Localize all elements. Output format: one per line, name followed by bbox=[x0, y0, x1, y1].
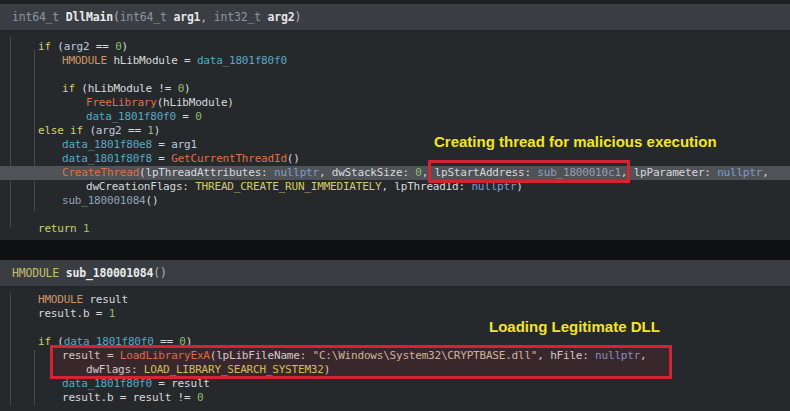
code-token-call: FreeLibrary bbox=[86, 96, 157, 109]
code-token-call: GetCurrentThreadId bbox=[171, 152, 287, 165]
code-line[interactable]: return 1 bbox=[0, 222, 790, 236]
code-token-data: data_1801f80e8 bbox=[62, 138, 152, 151]
code-line[interactable]: HMODULE hLibModule = data_1801f80f0 bbox=[0, 54, 790, 68]
code-token-plain: ) bbox=[154, 124, 160, 137]
code-token-sub: sub_180001084 bbox=[62, 194, 146, 207]
code-line[interactable]: data_1801f80f0 = 0 bbox=[0, 110, 790, 124]
code-token-data: data_1801f80f0 bbox=[86, 110, 176, 123]
code-line[interactable]: dwCreationFlags: THREAD_CREATE_RUN_IMMED… bbox=[0, 180, 790, 194]
code-token-hname: sub_180001084 bbox=[66, 266, 153, 280]
code-token-call: CreateThread bbox=[62, 166, 139, 179]
code-token-htype: int64_t bbox=[120, 10, 167, 24]
code-token-var: arg1 bbox=[171, 138, 197, 151]
code-token-null: nullptr bbox=[274, 166, 319, 179]
code-token-plain: , lpParameter: bbox=[621, 166, 717, 179]
code-token-htype: int32_t bbox=[214, 10, 261, 24]
code-token-kw: else if bbox=[38, 124, 83, 137]
code-line[interactable]: data_1801f80f0 = result bbox=[0, 377, 790, 391]
code-line[interactable]: FreeLibrary(hLibModule) bbox=[0, 96, 790, 110]
code-token-var: arg2 bbox=[96, 124, 122, 137]
code-token-hplain: , bbox=[200, 10, 213, 24]
pane-divider[interactable] bbox=[0, 240, 790, 260]
code-token-kw: return bbox=[38, 222, 77, 235]
code-token-htype: int64_t bbox=[12, 10, 59, 24]
code-token-kw: if bbox=[38, 335, 51, 348]
code-token-num: 0 bbox=[195, 110, 201, 123]
code-token-plain: = bbox=[152, 138, 171, 151]
code-line[interactable]: HMODULE result bbox=[0, 293, 790, 307]
pane-sub-180001084: HMODULE sub_180001084() HMODULE resultre… bbox=[0, 260, 790, 411]
code-token-plain: ) bbox=[184, 82, 190, 95]
code-line[interactable] bbox=[0, 321, 790, 335]
code-line[interactable]: if (arg2 == 0) bbox=[0, 40, 790, 54]
code-line-selected[interactable]: CreateThread(lpThreadAttributes: nullptr… bbox=[0, 166, 790, 180]
code-token-type: HMODULE bbox=[62, 54, 107, 67]
code-line[interactable]: if (hLibModule != 0) bbox=[0, 82, 790, 96]
code-token-harg: arg2 bbox=[268, 10, 295, 24]
annotation-box-loadlibrary bbox=[50, 345, 672, 379]
code-token-num: 1 bbox=[83, 222, 89, 235]
code-token-plain: ) bbox=[122, 40, 128, 53]
code-token-plain: ( bbox=[51, 40, 64, 53]
code-token-plain: (lpThreadAttributes: bbox=[139, 166, 274, 179]
code-token-hplain: () bbox=[153, 266, 166, 280]
code-token-const: THREAD_CREATE_RUN_IMMEDIATELY bbox=[195, 180, 381, 193]
code-token-data: data_1801f80f8 bbox=[62, 152, 152, 165]
code-token-htype2: HMODULE bbox=[12, 266, 59, 280]
code-token-plain: , dwStackSize: bbox=[319, 166, 415, 179]
code-line[interactable]: data_1801f80f8 = GetCurrentThreadId() bbox=[0, 152, 790, 166]
code-token-kw: if bbox=[62, 82, 75, 95]
code-token-var: arg2 bbox=[64, 40, 90, 53]
code-line[interactable]: sub_180001084() bbox=[0, 194, 790, 208]
pane-dllmain: int64_t DllMain(int64_t arg1, int32_t ar… bbox=[0, 4, 790, 240]
code-token-hplain bbox=[59, 10, 66, 24]
code-token-hplain bbox=[59, 266, 66, 280]
code-token-plain: result.b = result != bbox=[62, 391, 197, 404]
code-line[interactable]: result.b = result != 0 bbox=[0, 391, 790, 405]
code-token-plain: == bbox=[122, 124, 148, 137]
code-token-null: nullptr bbox=[717, 166, 762, 179]
code-token-plain: dwCreationFlags: bbox=[86, 180, 195, 193]
code-token-hplain bbox=[261, 10, 268, 24]
function-signature-dllmain[interactable]: int64_t DllMain(int64_t arg1, int32_t ar… bbox=[0, 4, 790, 30]
code-token-num: 0 bbox=[197, 391, 203, 404]
annotation-dll-label: Loading Legitimate DLL bbox=[489, 318, 660, 335]
code-token-harg: arg1 bbox=[173, 10, 200, 24]
code-token-plain: (hLibModule != bbox=[75, 82, 178, 95]
code-token-data: data_1801f80f0 bbox=[197, 54, 287, 67]
code-token-plain: () bbox=[146, 194, 159, 207]
code-token-plain: () bbox=[287, 152, 300, 165]
code-token-hplain: ) bbox=[295, 10, 302, 24]
code-token-plain: == bbox=[89, 40, 115, 53]
code-token-plain: hLibModule = bbox=[107, 54, 197, 67]
code-token-plain: result.b = bbox=[38, 307, 109, 320]
code-token-plain: = bbox=[176, 110, 195, 123]
code-token-plain: ( bbox=[83, 124, 96, 137]
code-token-type: HMODULE bbox=[38, 293, 83, 306]
code-token-plain: = bbox=[152, 152, 171, 165]
annotation-box-lpstartaddress bbox=[428, 160, 630, 183]
code-token-plain: result bbox=[83, 293, 128, 306]
code-line[interactable]: result.b = 1 bbox=[0, 307, 790, 321]
code-token-plain: , bbox=[762, 166, 768, 179]
code-token-hname: DllMain bbox=[66, 10, 113, 24]
code-line[interactable] bbox=[0, 68, 790, 82]
code-token-kw: if bbox=[38, 40, 51, 53]
decompiler-window: int64_t DllMain(int64_t arg1, int32_t ar… bbox=[0, 0, 790, 411]
function-signature-sub-180001084[interactable]: HMODULE sub_180001084() bbox=[0, 260, 790, 286]
code-token-hplain: ( bbox=[113, 10, 120, 24]
annotation-thread-label: Creating thread for malicious execution bbox=[434, 133, 717, 150]
code-token-num: 1 bbox=[109, 307, 115, 320]
code-line[interactable] bbox=[0, 208, 790, 222]
code-token-plain: (hLibModule) bbox=[157, 96, 234, 109]
